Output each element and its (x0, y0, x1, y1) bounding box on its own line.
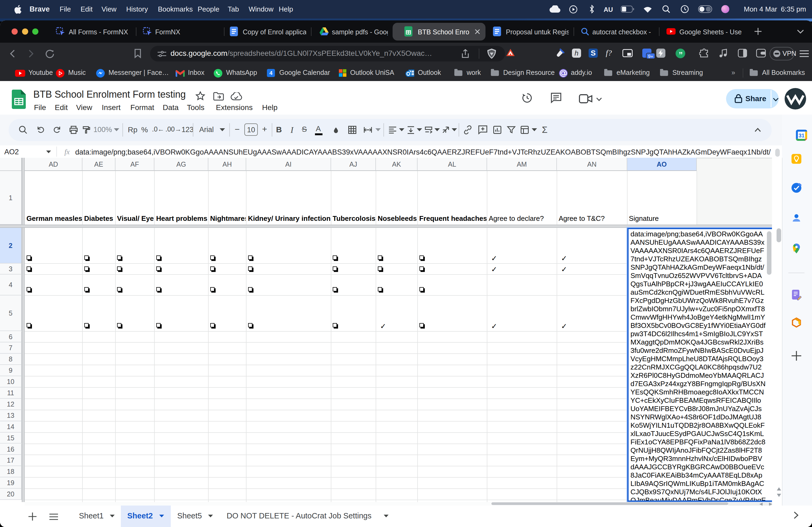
svg-text:31: 31 (799, 133, 804, 138)
